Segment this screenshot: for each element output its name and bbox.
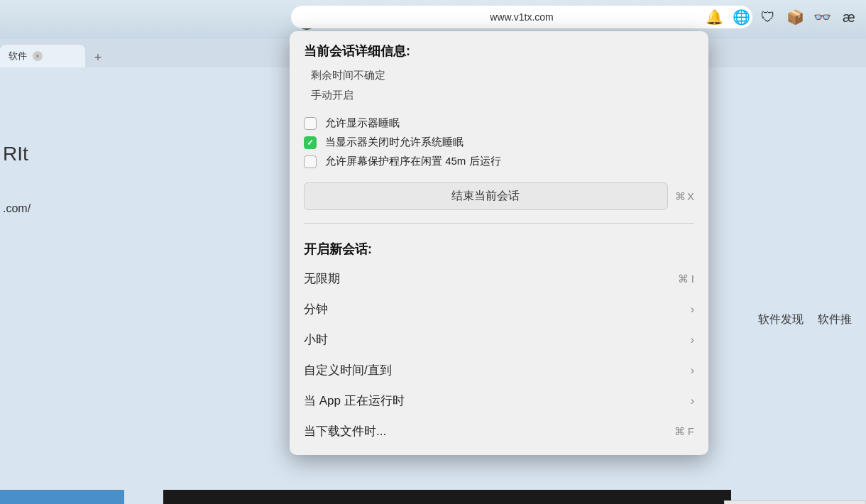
menu-item-app-running[interactable]: 当 App 正在运行时 › <box>290 385 708 416</box>
cmd-i-symbol: ⌘ I <box>678 273 694 285</box>
globe-icon[interactable]: 🌐 <box>731 7 751 27</box>
tab-label: 软件 <box>9 50 27 62</box>
new-session-title: 开启新会话: <box>290 235 708 263</box>
chevron-icon-custom: › <box>691 364 694 377</box>
browser-tab[interactable]: 软件 × <box>0 45 85 67</box>
help-bar: 帮助(H) ▼ <box>724 500 866 504</box>
glasses-icon[interactable]: 👓 <box>812 7 832 27</box>
custom-arrow: › <box>691 364 694 377</box>
new-tab-button[interactable]: + <box>88 48 108 67</box>
end-session-label: 结束当前会话 <box>451 190 520 202</box>
shortcut-x: X <box>687 190 694 202</box>
custom-label: 自定义时间/直到 <box>304 362 392 378</box>
partial-text: RIt <box>0 143 28 165</box>
cmd-f-symbol: ⌘ F <box>674 425 694 438</box>
menu-item-custom[interactable]: 自定义时间/直到 › <box>290 355 708 385</box>
page-url: .com/ <box>0 202 31 215</box>
checkboxes-group: 允许显示器睡眠 当显示器关闭时允许系统睡眠 允许屏幕保护程序在闲置 45m 后运… <box>290 114 708 171</box>
menu-item-minutes[interactable]: 分钟 › <box>290 294 708 324</box>
menu-item-hours[interactable]: 小时 › <box>290 324 708 355</box>
download-shortcut: ⌘ F <box>674 425 694 438</box>
start-mode: 手动开启 <box>290 85 708 105</box>
unlimited-shortcut: ⌘ I <box>678 273 694 285</box>
chevron-icon-hours: › <box>691 334 694 346</box>
nav-items: 软件发现 软件推 <box>758 312 866 327</box>
divider <box>304 223 694 224</box>
address-bar[interactable]: www.v1tx.com <box>291 6 752 28</box>
menu-item-unlimited[interactable]: 无限期 ⌘ I <box>290 263 708 294</box>
end-session-row: 结束当前会话 ⌘ X <box>290 178 708 214</box>
minutes-arrow: › <box>691 303 694 316</box>
checkbox-row-3[interactable]: 允许屏幕保护程序在闲置 45m 后运行 <box>290 152 708 171</box>
hours-label: 小时 <box>304 332 328 348</box>
minutes-label: 分钟 <box>304 301 328 317</box>
menu-item-download[interactable]: 当下载文件时... ⌘ F <box>290 416 708 447</box>
time-remaining: 剩余时间不确定 <box>290 65 708 85</box>
checkbox-allow-system-sleep[interactable] <box>304 136 317 149</box>
ae-icon[interactable]: æ <box>839 7 859 27</box>
app-running-arrow: › <box>691 395 694 407</box>
cmd-symbol: ⌘ <box>675 190 686 203</box>
download-label: 当下载文件时... <box>304 423 386 439</box>
shield-icon[interactable]: 🛡 <box>758 7 778 27</box>
new-session-section: 开启新会话: 无限期 ⌘ I 分钟 › 小时 › 自定义时间/直到 › <box>290 232 708 449</box>
dropbox-icon[interactable]: 📦 <box>785 7 805 27</box>
chevron-icon-app: › <box>691 395 694 407</box>
checkbox-allow-display-sleep[interactable] <box>304 117 317 130</box>
end-session-button[interactable]: 结束当前会话 <box>304 182 668 210</box>
checkbox-label-3: 允许屏幕保护程序在闲置 45m 后运行 <box>325 155 501 168</box>
checkbox-label-2: 当显示器关闭时允许系统睡眠 <box>325 136 464 149</box>
dark-block <box>163 490 731 504</box>
nav-item-discover[interactable]: 软件发现 <box>758 312 804 327</box>
bell-icon[interactable]: 🔔 <box>704 7 724 27</box>
caffeine-dropdown: 当前会话详细信息: 剩余时间不确定 手动开启 允许显示器睡眠 当显示器关闭时允许… <box>290 31 708 455</box>
checkbox-row-2[interactable]: 当显示器关闭时允许系统睡眠 <box>290 133 708 152</box>
url-text: www.v1tx.com <box>490 11 553 23</box>
checkbox-label-1: 允许显示器睡眠 <box>325 116 400 130</box>
checkbox-allow-screensaver[interactable] <box>304 155 317 168</box>
blue-block <box>0 490 124 504</box>
chevron-icon: › <box>691 303 694 316</box>
end-session-shortcut: ⌘ X <box>675 190 694 203</box>
hours-arrow: › <box>691 334 694 346</box>
checkbox-row-1[interactable]: 允许显示器睡眠 <box>290 114 708 133</box>
app-running-label: 当 App 正在运行时 <box>304 393 405 409</box>
unlimited-label: 无限期 <box>304 270 340 287</box>
nav-item-recommend[interactable]: 软件推 <box>818 312 852 327</box>
toolbar-icons: 🔔 🌐 🛡 📦 👓 æ <box>704 7 859 27</box>
current-session-title: 当前会话详细信息: <box>290 43 708 65</box>
tab-close-button[interactable]: × <box>33 51 43 61</box>
